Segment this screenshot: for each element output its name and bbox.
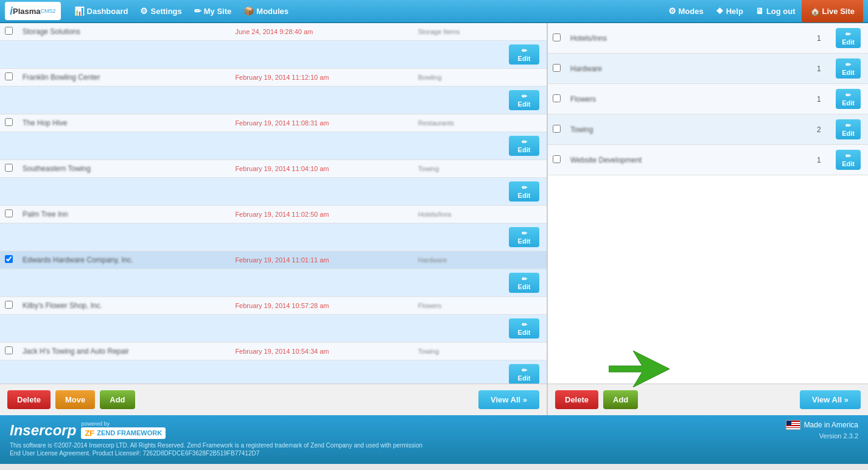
row-checkbox[interactable] (5, 209, 13, 217)
table-row-edit: Edit (0, 178, 547, 206)
edit-button[interactable]: Edit (509, 227, 539, 247)
add-button[interactable]: Add (100, 390, 135, 409)
left-bottom-bar: Delete Move Add View All » (0, 384, 547, 415)
row-date: February 19, 2014 10:57:28 am (230, 297, 413, 315)
table-row: Hardware 1 Edit (548, 54, 868, 84)
row-checkbox[interactable] (5, 118, 13, 126)
footer-powered-block: powered by ZF ZEND FRAMEWORK (81, 421, 166, 439)
table-row-edit: Edit (0, 86, 547, 114)
row-checkbox[interactable] (5, 72, 13, 80)
edit-button[interactable]: Edit (509, 364, 539, 384)
footer-zf-logo: ZF ZEND FRAMEWORK (81, 427, 166, 439)
table-row: Kilby's Flower Shop, Inc. February 19, 2… (0, 297, 547, 315)
row-type: Bowling (413, 69, 504, 86)
table-row: Flowers 1 Edit (548, 84, 868, 114)
edit-button[interactable]: Edit (509, 273, 539, 293)
row-date: February 19, 2014 11:12:10 am (230, 69, 413, 86)
dashboard-icon: 📊 (74, 6, 85, 16)
row-checkbox[interactable] (5, 255, 13, 263)
footer-company-name: Insercorp (10, 422, 76, 439)
row-name: Hardware (565, 54, 807, 84)
nav-dashboard-label: Dashboard (87, 7, 128, 16)
row-date: February 19, 2014 11:02:50 am (230, 206, 413, 223)
edit-button[interactable]: Edit (509, 181, 539, 202)
right-view-all-button[interactable]: View All » (800, 390, 861, 409)
row-checkbox[interactable] (5, 27, 13, 35)
row-count: 1 (807, 23, 831, 54)
footer-framework-text: ZEND FRAMEWORK (97, 429, 162, 437)
nav-modes[interactable]: ⚙ Modes (662, 0, 710, 23)
table-row: Franklin Bowling Center February 19, 201… (0, 69, 547, 86)
nav-settings-label: Settings (150, 7, 181, 16)
footer-version: Version 2.3.2 (819, 432, 858, 440)
table-row: The Hop Hive February 19, 2014 11:08:31 … (0, 114, 547, 132)
table-row-edit: Edit (0, 315, 547, 343)
row-date: February 19, 2014 11:08:31 am (230, 114, 413, 132)
settings-icon: ⚙ (140, 6, 148, 16)
table-row: Jack H's Towing and Auto Repair February… (0, 343, 547, 360)
row-checkbox[interactable] (553, 33, 561, 41)
right-data-table: Hotels/Inns 1 Edit Hardware 1 Edit (548, 23, 868, 175)
row-checkbox[interactable] (5, 346, 13, 354)
nav-mysite-label: My Site (204, 7, 232, 16)
edit-button[interactable]: Edit (509, 318, 539, 338)
row-count: 1 (807, 54, 831, 84)
delete-button[interactable]: Delete (7, 390, 51, 409)
footer: Insercorp powered by ZF ZEND FRAMEWORK M… (0, 415, 868, 464)
right-bottom-bar: Delete Add View All » (548, 384, 868, 415)
live-site-button[interactable]: 🏠 Live Site (802, 0, 863, 23)
row-type: Flowers (413, 297, 504, 315)
nav-settings[interactable]: ⚙ Settings (134, 0, 187, 23)
view-all-button[interactable]: View All » (478, 390, 539, 409)
row-type: Hotels/Inns (413, 206, 504, 223)
nav-dashboard[interactable]: 📊 Dashboard (68, 0, 135, 23)
footer-made-in: Made in America (786, 420, 858, 430)
row-checkbox[interactable] (553, 94, 561, 102)
nav-mysite[interactable]: ✏ My Site (188, 0, 238, 23)
edit-button[interactable]: Edit (836, 58, 861, 79)
edit-button[interactable]: Edit (836, 89, 861, 109)
row-name: Kilby's Flower Shop, Inc. (18, 297, 230, 315)
nav-modes-label: Modes (679, 7, 704, 16)
logo[interactable]: i Plasma CMS2 (5, 2, 61, 20)
table-row-edit: Edit (0, 360, 547, 384)
row-date: June 24, 2014 9:28:40 am (230, 23, 413, 41)
row-date: February 19, 2014 10:54:34 am (230, 343, 413, 360)
nav-help[interactable]: ❖ Help (710, 0, 749, 23)
row-count: 1 (807, 145, 831, 175)
logo-cms2: CMS2 (41, 8, 56, 14)
right-add-button[interactable]: Add (603, 390, 638, 409)
edit-button[interactable]: Edit (836, 119, 861, 139)
row-type: Towing (413, 343, 504, 360)
edit-button[interactable]: Edit (836, 28, 861, 48)
row-name: Jack H's Towing and Auto Repair (18, 343, 230, 360)
row-name: Website Development (565, 145, 807, 175)
row-type: Towing (413, 160, 504, 178)
row-date: February 19, 2014 11:04:10 am (230, 160, 413, 178)
row-checkbox[interactable] (5, 301, 13, 309)
footer-license[interactable]: End User License Agreement. Product Lice… (10, 450, 858, 457)
edit-button[interactable]: Edit (509, 44, 539, 65)
mysite-icon: ✏ (194, 6, 201, 16)
row-name: Storage Solutions (18, 23, 230, 41)
row-name: Towing (565, 114, 807, 145)
row-checkbox[interactable] (553, 125, 561, 133)
live-site-label: Live Site (822, 7, 855, 16)
row-name: Edwards Hardware Company, Inc. (18, 251, 230, 269)
top-nav: i Plasma CMS2 📊 Dashboard ⚙ Settings ✏ M… (0, 0, 868, 23)
edit-button[interactable]: Edit (509, 90, 539, 110)
right-delete-button[interactable]: Delete (555, 390, 598, 409)
help-icon: ❖ (716, 6, 724, 16)
nav-logout[interactable]: 🖥 Log out (749, 0, 802, 23)
row-checkbox[interactable] (553, 155, 561, 163)
row-checkbox[interactable] (5, 164, 13, 172)
move-button[interactable]: Move (55, 390, 95, 409)
nav-modules-label: Modules (256, 7, 289, 16)
edit-button[interactable]: Edit (509, 136, 539, 156)
nav-logout-label: Log out (766, 7, 796, 16)
nav-modules[interactable]: 📦 Modules (237, 0, 295, 23)
table-row-edit: Edit (0, 41, 547, 69)
row-checkbox[interactable] (553, 64, 561, 72)
edit-button[interactable]: Edit (836, 150, 861, 170)
live-site-icon: 🏠 (810, 7, 820, 16)
